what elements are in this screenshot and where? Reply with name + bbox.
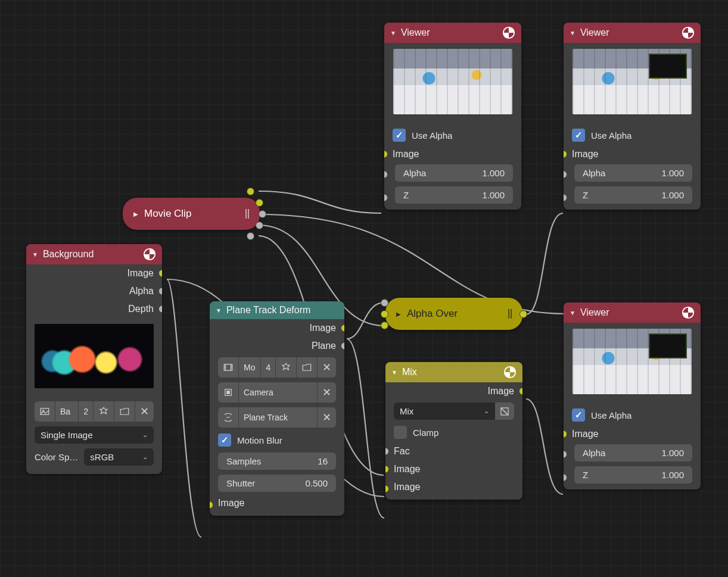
alpha-toggle-icon[interactable] xyxy=(495,403,514,420)
socket-z[interactable] xyxy=(564,194,567,201)
socket-out[interactable] xyxy=(519,310,527,318)
socket-label: Image xyxy=(394,464,420,475)
socket-image-2[interactable] xyxy=(385,485,389,493)
drag-handle-icon[interactable] xyxy=(245,209,249,219)
socket-image[interactable] xyxy=(158,270,162,277)
blend-mode-value: Mix xyxy=(400,406,413,416)
socket-out[interactable] xyxy=(247,232,254,240)
node-mix[interactable]: ▼ Mix Image Mix ⌄ Clamp Fac Image Image xyxy=(385,362,522,500)
z-label: Z xyxy=(583,190,588,200)
object-select-row[interactable]: Camera ✕ xyxy=(210,380,344,405)
node-background[interactable]: ▼ Background Image Alpha Depth Ba 2 ✕ Si… xyxy=(26,244,162,474)
clear-icon[interactable]: ✕ xyxy=(318,382,336,403)
users-count[interactable]: 2 xyxy=(79,401,94,422)
fake-user-icon[interactable] xyxy=(276,357,297,378)
socket-image-out[interactable] xyxy=(519,388,522,395)
socket-in[interactable] xyxy=(381,299,388,307)
track-name[interactable]: Plane Track xyxy=(239,407,318,428)
colorspace-select[interactable]: sRGB ⌄ xyxy=(84,448,154,466)
node-header[interactable]: ▼ Viewer xyxy=(564,302,701,323)
track-select-row[interactable]: Plane Track ✕ xyxy=(210,405,344,430)
socket-image[interactable] xyxy=(564,431,567,438)
motion-blur-checkbox[interactable]: ✓ xyxy=(218,433,231,447)
object-name[interactable]: Camera xyxy=(239,382,318,403)
alpha-value[interactable]: 1.000 xyxy=(482,168,505,178)
socket-image-in[interactable] xyxy=(210,501,213,509)
socket-alpha[interactable] xyxy=(564,170,567,178)
alpha-value[interactable]: 1.000 xyxy=(661,168,684,178)
image-name-field[interactable]: Ba xyxy=(55,401,79,422)
samples-label: Samples xyxy=(226,456,261,466)
socket-in[interactable] xyxy=(381,322,388,329)
collapse-toggle[interactable]: ▼ xyxy=(216,307,222,314)
collapse-toggle[interactable]: ▼ xyxy=(390,30,396,36)
socket-image[interactable] xyxy=(564,151,567,158)
unlink-icon[interactable]: ✕ xyxy=(135,401,154,422)
clamp-checkbox[interactable] xyxy=(394,426,407,439)
expand-toggle[interactable]: ▶ xyxy=(396,311,401,317)
socket-z[interactable] xyxy=(384,194,388,201)
socket-image[interactable] xyxy=(341,325,344,332)
users-count[interactable]: 4 xyxy=(261,357,276,378)
clip-datablock-row[interactable]: Mo 4 ✕ xyxy=(210,355,344,380)
shutter-label: Shutter xyxy=(226,478,255,488)
socket-alpha[interactable] xyxy=(384,170,388,178)
socket-fac[interactable] xyxy=(385,448,389,456)
motion-blur-label: Motion Blur xyxy=(237,435,282,445)
node-viewer-3[interactable]: ▼ Viewer ✓ Use Alpha Image Alpha 1.000 Z… xyxy=(564,302,701,489)
socket-plane[interactable] xyxy=(341,342,344,350)
expand-toggle[interactable]: ▶ xyxy=(133,211,138,217)
shutter-field[interactable]: Shutter 0.500 xyxy=(218,475,336,492)
clip-icon[interactable] xyxy=(218,357,239,378)
use-alpha-checkbox[interactable]: ✓ xyxy=(572,408,585,422)
drag-handle-icon[interactable] xyxy=(508,309,512,319)
z-value[interactable]: 1.000 xyxy=(482,190,505,200)
socket-out[interactable] xyxy=(247,188,254,195)
samples-field[interactable]: Samples 16 xyxy=(218,453,336,470)
open-file-icon[interactable] xyxy=(297,357,318,378)
object-icon[interactable] xyxy=(218,382,239,403)
z-value[interactable]: 1.000 xyxy=(661,470,684,480)
image-type-icon[interactable] xyxy=(35,401,55,422)
node-plane-track-deform[interactable]: ▼ Plane Track Deform Image Plane Mo 4 ✕ … xyxy=(210,301,344,516)
use-alpha-checkbox[interactable]: ✓ xyxy=(393,129,406,142)
collapse-toggle[interactable]: ▼ xyxy=(570,310,575,316)
socket-z[interactable] xyxy=(564,473,567,481)
socket-out[interactable] xyxy=(256,199,263,207)
collapse-toggle[interactable]: ▼ xyxy=(32,251,38,258)
node-title: Alpha Over xyxy=(407,308,458,320)
use-alpha-checkbox[interactable]: ✓ xyxy=(572,129,585,142)
clear-icon[interactable]: ✕ xyxy=(318,407,336,428)
socket-out[interactable] xyxy=(259,210,266,218)
blend-mode-select[interactable]: Mix ⌄ xyxy=(394,403,495,420)
node-header[interactable]: ▼ Mix xyxy=(385,362,522,382)
node-movie-clip[interactable]: ▶ Movie Clip xyxy=(123,198,260,230)
socket-alpha[interactable] xyxy=(158,288,162,295)
image-datablock-row[interactable]: Ba 2 ✕ xyxy=(26,399,162,424)
node-header[interactable]: ▼ Viewer xyxy=(564,23,701,43)
node-viewer-2[interactable]: ▼ Viewer ✓ Use Alpha Image Alpha 1.000 Z… xyxy=(564,23,701,210)
alpha-label: Alpha xyxy=(583,168,605,178)
node-header[interactable]: ▼ Plane Track Deform xyxy=(210,301,344,319)
node-header[interactable]: ▼ Viewer xyxy=(384,23,521,43)
node-header[interactable]: ▼ Background xyxy=(26,244,162,264)
socket-label: Plane xyxy=(312,341,336,351)
node-viewer-1[interactable]: ▼ Viewer ✓ Use Alpha Image Alpha 1.000 Z… xyxy=(384,23,521,210)
z-value[interactable]: 1.000 xyxy=(661,190,684,200)
open-file-icon[interactable] xyxy=(114,401,135,422)
clip-name-field[interactable]: Mo xyxy=(239,357,261,378)
socket-image-1[interactable] xyxy=(385,466,389,473)
unlink-icon[interactable]: ✕ xyxy=(318,357,336,378)
track-icon[interactable] xyxy=(218,407,239,428)
source-select[interactable]: Single Image ⌄ xyxy=(35,426,154,444)
socket-image[interactable] xyxy=(384,151,388,158)
socket-alpha[interactable] xyxy=(564,450,567,458)
collapse-toggle[interactable]: ▼ xyxy=(570,30,575,36)
collapse-toggle[interactable]: ▼ xyxy=(391,369,397,376)
node-alpha-over[interactable]: ▶ Alpha Over xyxy=(385,298,522,330)
socket-out[interactable] xyxy=(256,222,263,229)
fake-user-icon[interactable] xyxy=(94,401,114,422)
socket-depth[interactable] xyxy=(158,305,162,313)
socket-in[interactable] xyxy=(381,310,388,318)
alpha-value[interactable]: 1.000 xyxy=(661,448,684,458)
